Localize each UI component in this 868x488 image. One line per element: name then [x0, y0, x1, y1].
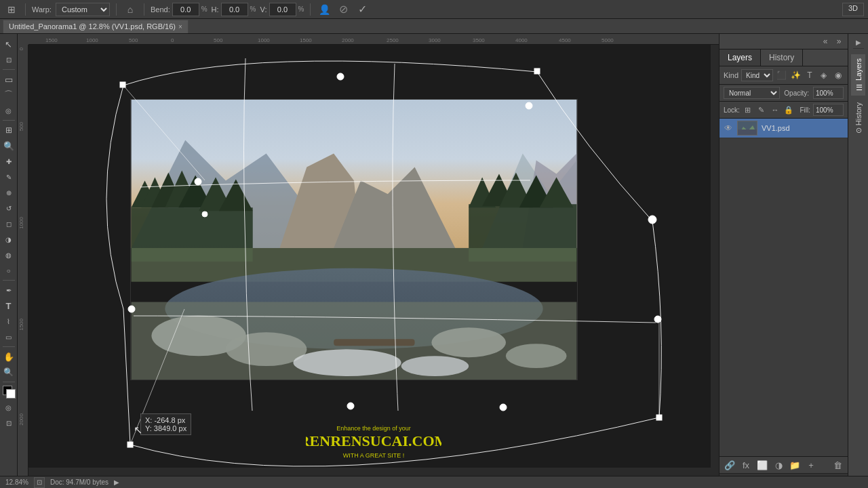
panel-expand-icon[interactable]: « [819, 35, 831, 47]
lock-position-icon[interactable]: ⊞ [743, 104, 753, 115]
delete-layer-icon[interactable]: 🗑 [831, 459, 844, 471]
tab-close[interactable]: × [178, 23, 182, 30]
warp-icon[interactable]: ⌂ [123, 2, 138, 17]
heal-tool[interactable]: ✚ [1, 154, 16, 169]
sep2 [116, 3, 117, 16]
zoom-tool[interactable]: 🔍 [1, 365, 16, 380]
ruler-h-4000: 4000 [515, 37, 528, 43]
link-layers-icon[interactable]: 🔗 [724, 459, 736, 471]
kind-icon-text[interactable]: T [804, 69, 816, 81]
panel-resize-handle[interactable] [719, 473, 848, 476]
tool-sep5 [3, 382, 15, 382]
ruler-h-1500b: 1500 [300, 37, 312, 43]
marquee-tool[interactable]: ▭ [1, 72, 16, 87]
layer-thumbnail [737, 121, 757, 136]
kind-icon-fx[interactable]: ✨ [790, 69, 802, 81]
canvas-content[interactable]: X: -264.8 px Y: 3849.0 px ↖ Enhance the … [28, 45, 719, 476]
blur-tool[interactable]: ◍ [1, 247, 16, 262]
kind-icon-smart[interactable]: ◉ [832, 69, 844, 81]
vertical-scrollbar[interactable] [711, 45, 719, 468]
eyedropper-tool[interactable]: 🔍 [1, 138, 16, 153]
quick-select-tool[interactable]: ◎ [1, 103, 16, 118]
blend-mode-select[interactable]: Normal [724, 87, 780, 99]
kind-icon-pixel[interactable]: ⬛ [776, 69, 787, 81]
3d-button[interactable]: 3D [842, 3, 864, 16]
lock-all-icon[interactable]: 🔒 [783, 104, 794, 115]
svg-rect-30 [120, 82, 125, 87]
watermark: Enhance the design of your RENRENSUCAI.C… [306, 420, 441, 462]
collapsed-history-tab[interactable]: ⊙ History [851, 98, 865, 138]
canvas-area[interactable]: 1500 1000 500 0 500 1000 1500 2000 2500 … [18, 34, 719, 476]
horizontal-scrollbar[interactable] [28, 468, 719, 476]
kind-label: Kind [724, 71, 738, 79]
tab-layers[interactable]: Layers [719, 49, 761, 66]
kind-select[interactable]: Kind [741, 69, 773, 81]
kind-icon-shape[interactable]: ◈ [818, 69, 829, 81]
h-input[interactable] [221, 3, 248, 16]
move-tool[interactable]: ↖ [1, 37, 16, 52]
ruler-h-1000b: 1000 [258, 37, 270, 43]
add-mask-icon[interactable]: ⬜ [756, 459, 768, 471]
brush-tool[interactable]: ✎ [1, 169, 16, 184]
lock-artboard-icon[interactable]: ↔ [770, 104, 781, 115]
confirm-icon[interactable]: ✓ [355, 2, 370, 17]
panel-icons-row: « » [719, 34, 848, 49]
status-expand-arrow[interactable]: ▶ [114, 479, 119, 486]
path-tool[interactable]: ⌇ [1, 314, 16, 329]
opacity-input[interactable] [813, 87, 844, 99]
tab-history[interactable]: History [761, 49, 803, 66]
status-icon[interactable]: ⊡ [34, 477, 45, 488]
collapse-toggle[interactable]: ▶ [853, 37, 864, 49]
pen-tool[interactable]: ✒ [1, 283, 16, 298]
gradient-tool[interactable]: ◑ [1, 232, 16, 247]
add-adjustment-icon[interactable]: ◑ [772, 459, 785, 471]
ruler-h-1500: 1500 [45, 37, 58, 43]
add-group-icon[interactable]: 📁 [789, 459, 801, 471]
lasso-tool[interactable]: ⌒ [1, 87, 16, 102]
crop-tool[interactable]: ⊞ [1, 123, 16, 138]
quick-mask-tool[interactable]: ◎ [1, 400, 16, 415]
v-label: V: [260, 5, 267, 14]
opacity-label: Opacity: [784, 89, 809, 97]
svg-rect-29 [334, 339, 414, 346]
fill-input[interactable] [813, 104, 844, 116]
landscape-svg [131, 100, 577, 380]
main-layout: ↖ ⊡ ▭ ⌒ ◎ ⊞ 🔍 ✚ ✎ ⊕ ↺ ◻ ◑ ◍ ○ ✒ T ⌇ ▭ ✋ … [0, 34, 868, 476]
figure-icon[interactable]: 👤 [317, 2, 332, 17]
dodge-tool[interactable]: ○ [1, 263, 16, 278]
foreground-color[interactable] [1, 384, 16, 399]
eraser-tool[interactable]: ◻ [1, 216, 16, 231]
add-layer-icon[interactable]: + [805, 459, 817, 471]
status-bar: 12.84% ⊡ Doc: 94.7M/0 bytes ▶ [0, 476, 868, 488]
layer-row[interactable]: 👁 VV1.psd [719, 119, 848, 138]
shape-tool[interactable]: ▭ [1, 329, 16, 344]
bend-input[interactable] [172, 3, 199, 16]
collapsed-icons: ☰ Layers ⊙ History [851, 54, 865, 138]
text-tool[interactable]: T [1, 298, 16, 313]
ruler-h-3000: 3000 [429, 37, 441, 43]
stamp-tool[interactable]: ⊕ [1, 185, 16, 200]
cursor-indicator: ↖ [134, 424, 142, 436]
hand-tool[interactable]: ✋ [1, 349, 16, 364]
svg-rect-51 [738, 129, 757, 136]
bend-label: Bend: [151, 5, 170, 14]
layers-icon: ☰ [854, 83, 863, 92]
lock-paint-icon[interactable]: ✎ [756, 104, 767, 115]
add-fx-icon[interactable]: fx [740, 459, 752, 471]
screen-mode-tool[interactable]: ⊡ [1, 415, 16, 430]
panel-collapse-icon[interactable]: » [833, 35, 845, 47]
history-brush-tool[interactable]: ↺ [1, 201, 16, 216]
collapsed-layers-tab[interactable]: ☰ Layers [851, 54, 865, 96]
artboard-tool[interactable]: ⊡ [1, 52, 16, 67]
warp-select[interactable]: Custom [56, 3, 110, 16]
app-icon[interactable]: ⊞ [4, 2, 19, 17]
layer-visibility-icon[interactable]: 👁 [724, 123, 733, 133]
top-toolbar: ⊞ Warp: Custom ⌂ Bend: % H: % V: % 👤 ⊘ ✓… [0, 0, 868, 19]
document-tab[interactable]: Untitled_Panorama1 @ 12.8% (VV1.psd, RGB… [3, 20, 189, 33]
v-input[interactable] [269, 3, 296, 16]
sep4 [310, 3, 311, 16]
right-panels: « » Layers History Kind Kind ⬛ ✨ T [719, 34, 868, 476]
cancel-icon[interactable]: ⊘ [336, 2, 351, 17]
svg-rect-31 [534, 68, 540, 74]
h-unit: % [250, 5, 256, 13]
